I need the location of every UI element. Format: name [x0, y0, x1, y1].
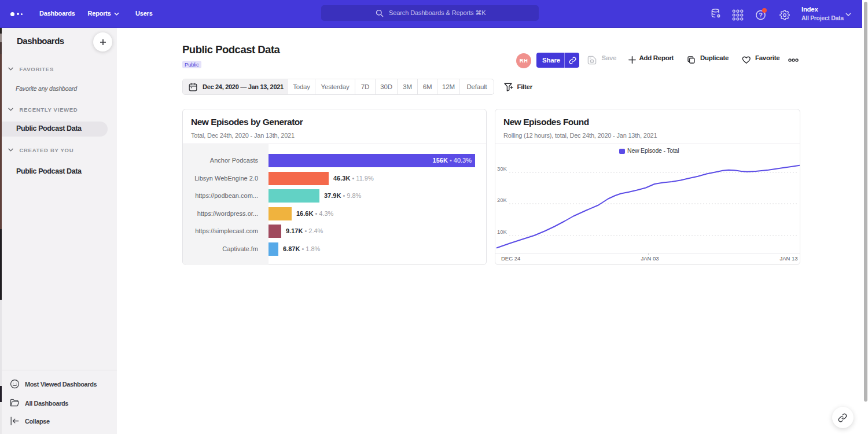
svg-text:?: ? [759, 12, 763, 19]
